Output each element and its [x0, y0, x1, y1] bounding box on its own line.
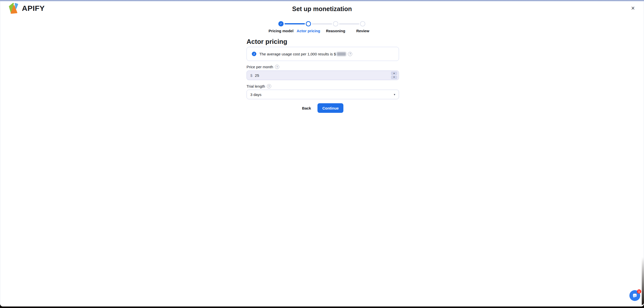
info-icon: i [252, 52, 256, 56]
trial-length-select[interactable]: 3 days ▾ [247, 90, 399, 99]
trial-label-text: Trial length [247, 84, 265, 88]
select-value: 3 days [250, 92, 261, 97]
number-stepper: ▲ ▼ [391, 72, 397, 79]
chat-widget[interactable]: 1 [629, 290, 640, 301]
banner-text: The average usage cost per 1,000 results… [259, 52, 352, 56]
section-heading: Actor pricing [247, 38, 287, 46]
back-button[interactable]: Back [302, 106, 311, 110]
currency-prefix: $ [250, 73, 252, 78]
help-icon[interactable]: ? [267, 84, 271, 88]
actions-row: Back Continue [247, 103, 399, 113]
increment-button[interactable]: ▲ [391, 72, 397, 75]
banner-text-content: The average usage cost per 1,000 results… [259, 52, 336, 56]
price-per-month-label: Price per month ? [247, 65, 279, 69]
trial-length-label: Trial length ? [247, 84, 271, 88]
decrement-button[interactable]: ▼ [391, 76, 397, 79]
corner-shadow [642, 257, 644, 305]
continue-button[interactable]: Continue [317, 103, 343, 113]
price-input[interactable] [255, 73, 391, 78]
notification-badge: 1 [637, 289, 641, 294]
price-label-text: Price per month [247, 65, 273, 69]
usage-cost-banner: i The average usage cost per 1,000 resul… [247, 47, 399, 61]
chevron-down-icon: ▾ [394, 93, 395, 96]
help-icon[interactable]: ? [275, 65, 279, 69]
help-icon[interactable]: ? [348, 52, 352, 56]
app-window: APIFY × Set up monetization ✓ Pricing mo… [0, 0, 644, 306]
form-column: Actor pricing i The average usage cost p… [247, 0, 399, 306]
redacted-value [337, 52, 346, 56]
price-field[interactable]: $ ▲ ▼ [247, 71, 399, 80]
